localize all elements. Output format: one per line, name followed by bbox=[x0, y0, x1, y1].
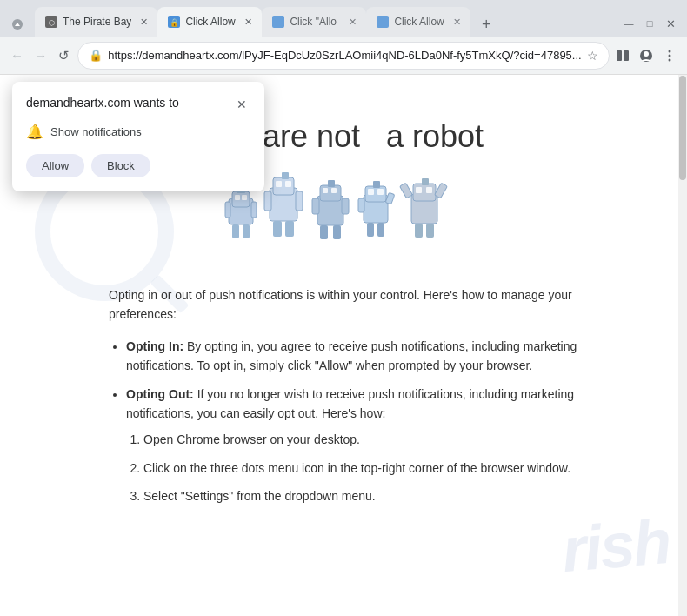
tab-pirate-bay[interactable]: ⬡ The Pirate Bay ✕ bbox=[35, 7, 157, 37]
svg-rect-8 bbox=[624, 50, 629, 61]
svg-rect-22 bbox=[243, 224, 250, 238]
svg-rect-55 bbox=[400, 183, 413, 198]
svg-rect-58 bbox=[426, 224, 434, 238]
reader-mode-button[interactable] bbox=[613, 44, 633, 68]
reload-button[interactable]: ↺ bbox=[54, 44, 74, 68]
tab-click-allow-1-title: Click Allow bbox=[185, 16, 236, 28]
tab-click-allow-2-close[interactable]: ✕ bbox=[450, 15, 464, 29]
svg-rect-33 bbox=[320, 185, 341, 201]
svg-rect-5 bbox=[272, 16, 284, 28]
tab-click-allow-1[interactable]: 🔒 Click Allow ✕ bbox=[157, 7, 262, 37]
popup-permission-row: 🔔 Show notifications bbox=[26, 124, 250, 140]
scrollbar[interactable] bbox=[678, 75, 687, 616]
tab-bar: ⬡ The Pirate Bay ✕ 🔒 Click Allow ✕ bbox=[0, 0, 687, 37]
svg-rect-48 bbox=[367, 223, 374, 237]
tab-pirate-bay-close[interactable]: ✕ bbox=[137, 15, 150, 29]
svg-point-13 bbox=[669, 58, 671, 61]
svg-rect-19 bbox=[225, 202, 230, 218]
svg-rect-44 bbox=[368, 189, 374, 195]
forward-button[interactable]: → bbox=[30, 44, 50, 68]
svg-rect-38 bbox=[342, 198, 349, 214]
popup-header: demandheartx.com wants to ✕ bbox=[26, 96, 250, 113]
svg-rect-54 bbox=[426, 187, 432, 193]
svg-point-12 bbox=[669, 54, 671, 57]
permission-text: Show notifications bbox=[50, 125, 142, 138]
svg-rect-47 bbox=[385, 192, 395, 204]
tab-click-allow-2-favicon bbox=[377, 16, 389, 28]
svg-rect-30 bbox=[273, 221, 282, 237]
svg-rect-39 bbox=[320, 225, 328, 239]
svg-rect-43 bbox=[373, 181, 380, 188]
bookmark-star-icon[interactable]: ☆ bbox=[587, 49, 598, 63]
svg-rect-29 bbox=[296, 191, 303, 211]
tab-click-allow-1-close[interactable]: ✕ bbox=[241, 15, 255, 29]
tab-click-allow-quoted-close[interactable]: ✕ bbox=[345, 15, 359, 29]
page-content: demandheartx.com wants to ✕ 🔔 Show notif… bbox=[0, 75, 687, 616]
svg-rect-6 bbox=[377, 16, 389, 28]
page-body: Opting in or out of push notifications i… bbox=[109, 285, 578, 506]
svg-rect-25 bbox=[282, 172, 289, 179]
svg-rect-27 bbox=[285, 181, 291, 187]
permission-popup: demandheartx.com wants to ✕ 🔔 Show notif… bbox=[12, 82, 264, 191]
close-button[interactable]: ✕ bbox=[661, 14, 680, 33]
tab-click-allow-2[interactable]: Click Allow ✕ bbox=[366, 7, 470, 37]
tab-click-allow-quoted-favicon bbox=[272, 16, 284, 28]
svg-text:🔒: 🔒 bbox=[170, 17, 180, 28]
tab-click-allow-favicon: 🔒 bbox=[168, 16, 180, 28]
bullet-item-opt-in: Opting In: By opting in, you agree to re… bbox=[126, 337, 578, 376]
svg-point-10 bbox=[644, 51, 649, 57]
new-tab-button[interactable]: + bbox=[474, 12, 498, 37]
svg-rect-18 bbox=[242, 195, 247, 200]
window-controls: — □ ✕ bbox=[619, 14, 687, 37]
opting-in-text: By opting in, you agree to receive push … bbox=[126, 339, 577, 372]
body-intro: Opting in or out of push notifications i… bbox=[109, 285, 578, 325]
minimize-button[interactable]: — bbox=[619, 14, 638, 33]
svg-rect-7 bbox=[617, 50, 622, 61]
block-button[interactable]: Block bbox=[91, 154, 150, 177]
browser-window: ⬡ The Pirate Bay ✕ 🔒 Click Allow ✕ bbox=[0, 0, 687, 616]
step-3: Select "Settings" from the dropdown menu… bbox=[143, 486, 578, 506]
profile-icon-button[interactable] bbox=[637, 44, 657, 68]
svg-rect-17 bbox=[235, 195, 240, 200]
scrollbar-thumb[interactable] bbox=[679, 76, 686, 180]
tab-pirate-bay-title: The Pirate Bay bbox=[63, 16, 131, 28]
profile-dropdown-icon[interactable] bbox=[5, 12, 30, 37]
svg-rect-40 bbox=[333, 225, 341, 239]
tab-click-allow-quoted-title: Click "Allo bbox=[290, 16, 340, 28]
svg-rect-52 bbox=[422, 178, 429, 185]
more-options-button[interactable] bbox=[660, 44, 680, 68]
tabs-container: ⬡ The Pirate Bay ✕ 🔒 Click Allow ✕ bbox=[35, 7, 619, 37]
tab-pirate-bay-favicon: ⬡ bbox=[45, 16, 57, 28]
svg-rect-45 bbox=[377, 189, 384, 195]
back-button[interactable]: ← bbox=[7, 44, 27, 68]
tab-click-allow-quoted[interactable]: Click "Allo ✕ bbox=[262, 7, 366, 37]
svg-point-11 bbox=[669, 50, 671, 52]
bullet-item-opt-out: Opting Out: If you no longer wish to rec… bbox=[126, 385, 578, 506]
popup-title: demandheartx.com wants to bbox=[26, 96, 233, 110]
step-2: Click on the three dots menu icon in the… bbox=[143, 459, 578, 478]
opting-out-text: If you no longer wish to receive push no… bbox=[126, 387, 574, 420]
svg-text:⬡: ⬡ bbox=[49, 19, 55, 27]
opting-out-term: Opting Out: bbox=[126, 387, 194, 401]
address-bar-row: ← → ↺ 🔒 https://demandheartx.com/lPyJF-E… bbox=[0, 37, 687, 75]
svg-rect-46 bbox=[358, 198, 364, 212]
bell-icon: 🔔 bbox=[26, 124, 43, 140]
address-field[interactable]: 🔒 https://demandheartx.com/lPyJF-EqDcUz0… bbox=[77, 42, 609, 70]
tab-click-allow-2-title: Click Allow bbox=[394, 16, 444, 28]
svg-rect-57 bbox=[415, 224, 423, 238]
maximize-button[interactable]: □ bbox=[640, 14, 659, 33]
svg-rect-56 bbox=[435, 183, 448, 198]
svg-rect-53 bbox=[416, 187, 422, 193]
steps-list: Open Chrome browser on your desktop. Cli… bbox=[143, 430, 578, 506]
watermark-text: rish bbox=[559, 506, 673, 586]
step-1: Open Chrome browser on your desktop. bbox=[143, 430, 578, 449]
svg-rect-35 bbox=[323, 188, 328, 193]
allow-button[interactable]: Allow bbox=[26, 154, 84, 177]
svg-rect-31 bbox=[285, 221, 294, 237]
svg-rect-20 bbox=[251, 202, 257, 218]
popup-buttons: Allow Block bbox=[26, 154, 250, 177]
svg-rect-26 bbox=[276, 181, 282, 187]
popup-close-button[interactable]: ✕ bbox=[233, 96, 250, 113]
svg-rect-28 bbox=[264, 191, 271, 211]
bullet-list: Opting In: By opting in, you agree to re… bbox=[126, 337, 578, 506]
